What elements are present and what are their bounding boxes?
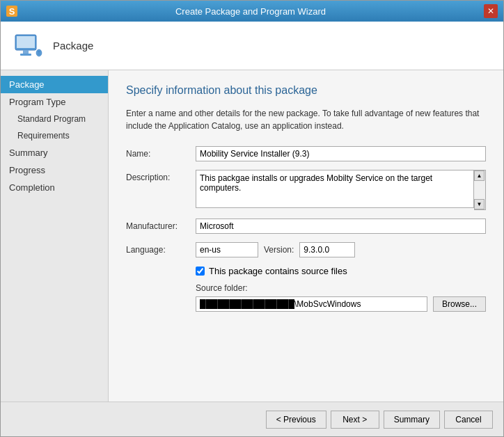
source-files-checkbox[interactable]	[196, 267, 205, 276]
sidebar-item-requirements[interactable]: Requirements	[1, 127, 108, 144]
checkbox-label: This package contains source files	[209, 266, 347, 276]
browse-button[interactable]: Browse...	[433, 296, 486, 312]
source-folder-input[interactable]	[196, 296, 427, 312]
name-row: Name:	[126, 146, 486, 161]
sidebar-item-package[interactable]: Package	[1, 76, 108, 93]
content-area: Specify information about this package E…	[109, 70, 503, 402]
sidebar-item-standard-program[interactable]: Standard Program	[1, 111, 108, 127]
footer: < Previous Next > Summary Cancel	[1, 402, 503, 436]
description-wrapper: This packgae installs or upgrades Mobilt…	[196, 170, 486, 210]
manufacturer-input[interactable]	[196, 218, 486, 234]
cancel-button[interactable]: Cancel	[444, 411, 493, 429]
title-bar: S Create Package and Program Wizard ✕	[1, 1, 503, 22]
language-version-inline: Version:	[196, 242, 486, 257]
version-label: Version:	[264, 245, 294, 255]
svg-rect-1	[17, 36, 35, 48]
close-button[interactable]: ✕	[484, 4, 498, 18]
header-title: Package	[53, 40, 93, 51]
description-scrollbar: ▲ ▼	[474, 170, 486, 210]
language-input[interactable]	[196, 242, 258, 257]
source-folder-container: Browse...	[196, 296, 486, 312]
sidebar-item-progress[interactable]: Progress	[1, 161, 108, 179]
language-label: Language:	[126, 242, 196, 255]
header-bar: Package	[1, 22, 503, 70]
sidebar-item-summary[interactable]: Summary	[1, 144, 108, 161]
manufacturer-row: Manufacturer:	[126, 218, 486, 234]
app-icon: S	[6, 6, 17, 17]
package-icon	[11, 29, 45, 63]
name-input[interactable]	[196, 146, 486, 161]
sidebar: Package Program Type Standard Program Re…	[1, 70, 109, 402]
description-input[interactable]: This packgae installs or upgrades Mobilt…	[196, 170, 474, 208]
description-label: Description:	[126, 170, 196, 182]
checkbox-row: This package contains source files	[126, 266, 486, 276]
svg-rect-3	[20, 54, 31, 56]
computer-svg	[13, 31, 43, 61]
scroll-down-btn[interactable]: ▼	[474, 199, 485, 209]
svg-rect-2	[23, 50, 29, 54]
version-input[interactable]	[299, 242, 355, 257]
previous-button[interactable]: < Previous	[266, 411, 326, 429]
intro-description: Enter a name and other details for the n…	[126, 107, 486, 132]
name-label: Name:	[126, 146, 196, 159]
scroll-up-btn[interactable]: ▲	[474, 170, 485, 181]
summary-button[interactable]: Summary	[384, 411, 440, 429]
window-title: Create Package and Program Wizard	[17, 6, 484, 17]
content-title: Specify information about this package	[126, 84, 486, 97]
sidebar-item-completion[interactable]: Completion	[1, 179, 108, 196]
manufacturer-label: Manufacturer:	[126, 218, 196, 231]
wizard-window: S Create Package and Program Wizard ✕ Pa…	[0, 0, 504, 437]
description-row: Description: This packgae installs or up…	[126, 170, 486, 210]
main-content: Package Program Type Standard Program Re…	[1, 70, 503, 402]
next-button[interactable]: Next >	[331, 411, 379, 429]
language-version-row: Language: Version:	[126, 242, 486, 257]
source-folder-label: Source folder:	[126, 283, 486, 293]
sidebar-item-program-type[interactable]: Program Type	[1, 93, 108, 111]
